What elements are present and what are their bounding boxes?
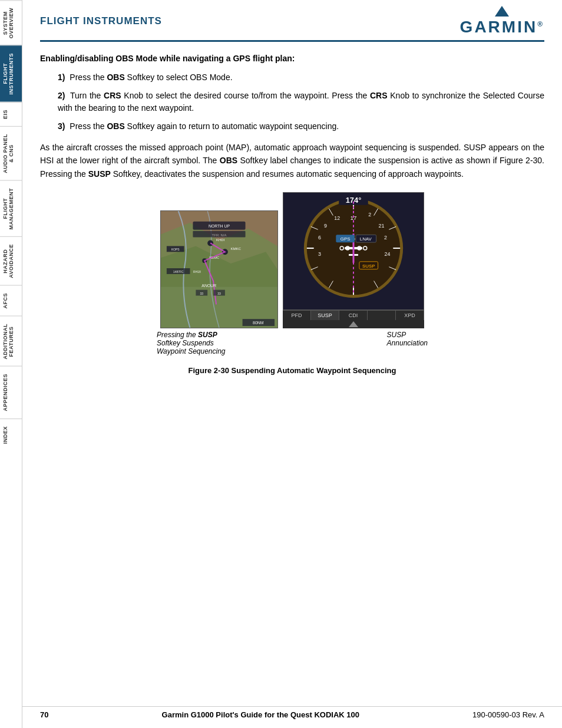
step-3-obs-bold: OBS (107, 121, 124, 131)
svg-text:9: 9 (324, 223, 327, 229)
footer-doc-number: 190-00590-03 Rev. A (472, 710, 544, 719)
hsi-wrapper: 17 2 21 2 24 12 9 6 3 174° (283, 192, 424, 328)
step-1: 1) Press the OBS Softkey to select OBS M… (58, 71, 544, 84)
images-row: NORTH UP TFR: N/A KHDI KMKC KEMC 80NM (160, 192, 424, 328)
svg-text:12: 12 (334, 215, 340, 221)
svg-text:SUSP: SUSP (362, 263, 375, 269)
svg-text:RH18: RH18 (193, 271, 201, 274)
svg-text:KOPS: KOPS (171, 248, 180, 251)
body-paragraph: As the aircraft crosses the missed appro… (40, 141, 544, 180)
svg-text:21: 21 (379, 223, 385, 229)
step-2-crs1-bold: CRS (104, 91, 121, 100)
step-3-num: 3) (58, 121, 65, 131)
body-obs-bold: OBS (220, 156, 237, 165)
page-footer: 70 Garmin G1000 Pilot's Guide for the Qu… (22, 706, 562, 719)
body-susp-bold: SUSP (88, 169, 111, 179)
map-image: NORTH UP TFR: N/A KHDI KMKC KEMC 80NM (160, 210, 278, 328)
figure-container: NORTH UP TFR: N/A KHDI KMKC KEMC 80NM (40, 192, 544, 375)
step-2-crs2-bold: CRS (370, 91, 388, 100)
svg-text:KHDI: KHDI (216, 239, 225, 242)
garmin-reg-symbol: ® (537, 20, 544, 28)
footer-title: Garmin G1000 Pilot's Guide for the Quest… (162, 710, 359, 719)
steps-list: 1) Press the OBS Softkey to select OBS M… (58, 71, 544, 133)
section-heading: Enabling/disabling OBS Mode while naviga… (40, 54, 544, 63)
garmin-logo-text: GARMIN® (460, 18, 544, 37)
map-svg: NORTH UP TFR: N/A KHDI KMKC KEMC 80NM (161, 211, 277, 328)
step-1-num: 1) (58, 73, 65, 82)
svg-text:TFR: N/A: TFR: N/A (212, 233, 227, 237)
annotation-block: Pressing the SUSPSoftkey SuspendsWaypoin… (157, 331, 428, 355)
svg-text:2: 2 (368, 212, 371, 218)
sidebar: SYSTEMOVERVIEW FLIGHTINSTRUMENTS EIS AUD… (0, 0, 22, 728)
softkey-xpd[interactable]: XPD (396, 311, 424, 320)
sidebar-item-additional-features[interactable]: ADDITIONALFEATURES (0, 316, 22, 367)
softkey-susp[interactable]: SUSP (311, 311, 339, 320)
hsi-svg: 17 2 21 2 24 12 9 6 3 174° (283, 193, 424, 309)
annotation-left: Pressing the SUSPSoftkey SuspendsWaypoin… (157, 331, 226, 355)
main-content: FLIGHT INSTRUMENTS GARMIN® Enabling/disa… (22, 0, 562, 398)
sidebar-item-flight-instruments[interactable]: FLIGHTINSTRUMENTS (0, 45, 22, 102)
step-1-obs-bold: OBS (107, 73, 124, 82)
step-3: 3) Press the OBS Softkey again to return… (58, 120, 544, 133)
garmin-logo-triangle (495, 6, 509, 17)
svg-text:33: 33 (217, 292, 221, 295)
step-2-num: 2) (58, 91, 65, 100)
softkey-bar: PFD SUSP CDI XPD (283, 310, 424, 320)
svg-text:GPS: GPS (340, 236, 351, 242)
svg-text:LNAV: LNAV (360, 236, 372, 242)
svg-text:6: 6 (318, 235, 321, 241)
svg-text:ANOUR: ANOUR (201, 284, 216, 288)
sidebar-item-eis[interactable]: EIS (0, 102, 22, 126)
svg-text:80NM: 80NM (253, 321, 264, 325)
svg-text:2: 2 (384, 235, 387, 241)
svg-text:24: 24 (384, 251, 390, 257)
sidebar-item-system-overview[interactable]: SYSTEMOVERVIEW (0, 0, 22, 45)
sidebar-item-hazard-avoidance[interactable]: HAZARDAVOIDANCE (0, 236, 22, 285)
sidebar-item-index[interactable]: INDEX (0, 419, 22, 451)
sidebar-item-audio-panel-cns[interactable]: AUDIO PANEL& CNS (0, 126, 22, 180)
page-title: FLIGHT INSTRUMENTS (40, 15, 162, 27)
softkey-pfd[interactable]: PFD (283, 311, 311, 320)
svg-text:3: 3 (318, 251, 321, 257)
sidebar-item-flight-management[interactable]: FLIGHTMANAGEMENT (0, 180, 22, 237)
svg-text:KMKC: KMKC (231, 248, 242, 251)
sidebar-item-appendices[interactable]: APPENDICES (0, 366, 22, 419)
svg-text:NORTH UP: NORTH UP (209, 224, 230, 228)
step-2: 2) Turn the CRS Knob to select the desir… (58, 90, 544, 114)
svg-text:1487FC: 1487FC (173, 271, 184, 274)
softkey-triangle-icon (349, 321, 358, 327)
hsi-image: 17 2 21 2 24 12 9 6 3 174° (283, 192, 424, 310)
softkey-empty (368, 311, 396, 320)
figure-caption: Figure 2-30 Suspending Automatic Waypoin… (189, 366, 396, 375)
sidebar-item-afcs[interactable]: AFCS (0, 285, 22, 316)
softkey-cdi[interactable]: CDI (339, 311, 368, 320)
page-header: FLIGHT INSTRUMENTS GARMIN® (40, 6, 544, 42)
annotation-right: SUSPAnnunciation (387, 331, 428, 347)
footer-page-number: 70 (40, 710, 48, 719)
garmin-logo: GARMIN® (460, 6, 544, 37)
softkey-triangle-container (283, 320, 424, 328)
svg-text:33: 33 (200, 292, 204, 295)
